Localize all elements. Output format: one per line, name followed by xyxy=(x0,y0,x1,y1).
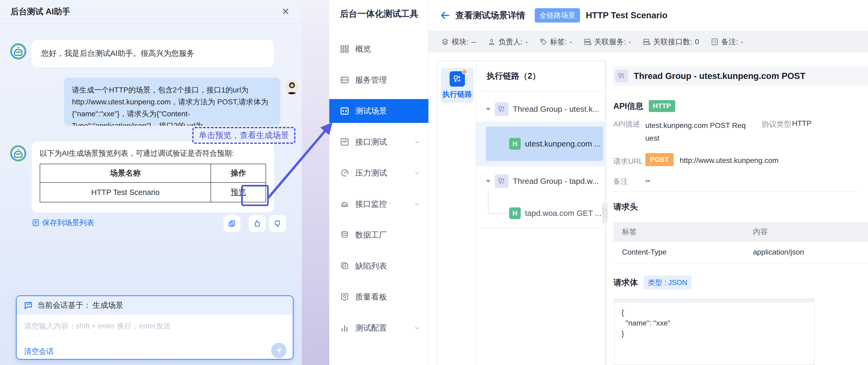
chain-panel-title: 执行链路（2） xyxy=(487,71,540,82)
method-badge: POST xyxy=(645,153,674,166)
greeting-text: 您好，我是后台测试AI助手。很高兴为您服务 xyxy=(41,48,194,59)
col-scenario-name: 场景名称 xyxy=(40,164,211,182)
meta-module: 模块: -- xyxy=(441,37,476,47)
sidebar-item-label: 概览 xyxy=(355,44,371,55)
sidebar-item-label: 测试场景 xyxy=(355,106,387,116)
remark-value: -- xyxy=(645,176,650,185)
tree-node-tapd[interactable]: H tapd.woa.com GET ... xyxy=(509,205,602,221)
execution-chain-panel: 执行链路 执行链路（2） Thread Group - utest.k... H… xyxy=(437,60,606,365)
sidebar-item-test-scenario[interactable]: 测试场景 xyxy=(329,99,429,123)
scenario-type-badge: 全链路场景 xyxy=(535,8,580,23)
request-url-value: http://www.utest.kunpeng.com xyxy=(680,156,779,165)
save-list-icon xyxy=(32,219,40,227)
chevron-down-icon xyxy=(414,200,421,207)
header-value: application/json xyxy=(753,248,804,256)
monitor-dome-icon xyxy=(340,199,349,209)
defect-docs-icon xyxy=(340,261,349,271)
panel-splitter-handle[interactable] xyxy=(602,203,608,224)
thumbs-up-button[interactable] xyxy=(249,215,266,232)
thumbs-down-button[interactable] xyxy=(269,215,286,232)
sidebar-item-label: 压力测试 xyxy=(355,168,387,178)
meta-value: 0 xyxy=(695,37,699,46)
http-sampler-icon: H xyxy=(509,207,521,219)
save-link-label: 保存到场景列表 xyxy=(42,218,94,228)
page-title: 查看测试场景详情 xyxy=(456,9,525,22)
send-button[interactable] xyxy=(271,343,286,358)
preview-intro-text: 以下为AI生成场景预览列表，可通过调试验证是否符合预期: xyxy=(40,148,266,159)
sidebar-item-data-factory[interactable]: 数据工厂 xyxy=(329,223,429,247)
database-icon xyxy=(340,230,349,240)
person-icon xyxy=(488,38,496,46)
thread-group-icon xyxy=(495,174,508,188)
http-sampler-icon: H xyxy=(509,138,521,150)
rail-tab-execution-chain[interactable]: 执行链路 xyxy=(441,68,473,103)
sidebar-item-quality-board[interactable]: 质量看板 xyxy=(329,285,429,309)
sidebar-item-api-monitor[interactable]: 接口监控 xyxy=(329,192,429,216)
sidebar-item-label: 测试配置 xyxy=(355,322,387,334)
meta-linked-api-count: 关联接口数: 0 xyxy=(643,37,699,47)
meta-value: - xyxy=(628,37,631,46)
tree-node-thread-group-1[interactable]: Thread Group - utest.k... xyxy=(486,101,599,118)
person-photo-icon xyxy=(284,79,300,95)
paper-plane-icon xyxy=(275,346,283,355)
api-desc-label: API描述 xyxy=(613,119,640,129)
headers-table-head: 标签 内容 xyxy=(613,222,868,242)
protocol-badge: HTTP xyxy=(649,100,675,112)
sidebar-item-label: 接口测试 xyxy=(355,137,387,147)
divider xyxy=(613,191,858,192)
request-url-label: 请求URL xyxy=(613,156,643,166)
headers-col-content: 内容 xyxy=(753,227,768,237)
chain-rail-icon xyxy=(450,71,465,87)
node-detail-panel: Thread Group - utest.kunpeng.com POST AP… xyxy=(606,60,868,365)
code-block-top-strip xyxy=(615,299,814,303)
quality-badge-icon xyxy=(340,292,349,302)
sidebar-item-label: 服务管理 xyxy=(355,75,387,86)
scenario-name-cell: HTTP Test Scenario xyxy=(40,182,211,202)
scenario-detail-header: 查看测试场景详情 全链路场景 HTTP Test Scenario xyxy=(429,0,868,31)
sidebar-item-defect-list[interactable]: 缺陷列表 xyxy=(329,254,429,278)
copy-button[interactable] xyxy=(223,215,240,232)
sidebar-item-stress-test[interactable]: 压力测试 xyxy=(329,161,429,185)
meta-label: 模块: xyxy=(452,37,469,47)
meta-label: 关联接口数: xyxy=(653,37,692,47)
tree-selection-wrap: H utest.kunpeng.com ... xyxy=(476,121,606,166)
tree-node-label: Thread Group - tapd.w... xyxy=(513,177,599,186)
meta-label: 负责人: xyxy=(498,37,523,47)
request-body-code-block[interactable]: { "name": "xxe" } xyxy=(614,299,814,365)
thumbs-up-icon xyxy=(253,219,261,228)
remark-label: 备注 xyxy=(613,176,628,187)
api-info-section-label: API信息 xyxy=(613,101,644,112)
sidebar-item-service-mgmt[interactable]: 服务管理 xyxy=(329,68,429,92)
session-context-bar[interactable]: 当前会话基于：生成场景 xyxy=(17,296,293,315)
meta-value: - xyxy=(569,37,572,46)
chat-header: 后台测试 AI助手 ✕ xyxy=(0,0,302,24)
close-icon[interactable]: ✕ xyxy=(282,6,289,17)
tree-node-thread-group-2[interactable]: Thread Group - tapd.w... xyxy=(486,173,599,190)
chat-message-input[interactable] xyxy=(17,315,293,341)
tree-node-utest-selected[interactable]: H utest.kunpeng.com ... xyxy=(486,127,603,161)
sidebar-item-api-test[interactable]: 接口测试 xyxy=(329,130,429,154)
server-link-icon xyxy=(584,38,592,46)
meta-linked-services: 关联服务: - xyxy=(584,37,631,47)
meta-label: 备注: xyxy=(721,37,738,47)
chat-title: 后台测试 AI助手 xyxy=(10,6,70,17)
tree-connector xyxy=(488,191,489,214)
meta-label: 关联服务: xyxy=(594,37,626,47)
col-action: 操作 xyxy=(211,164,266,182)
detail-title: Thread Group - utest.kunpeng.com POST xyxy=(634,71,805,81)
assistant-avatar xyxy=(10,43,26,60)
layers-icon xyxy=(441,38,449,46)
sidebar-item-overview[interactable]: 概览 xyxy=(329,37,429,61)
thread-group-icon xyxy=(495,102,508,116)
save-to-scenario-list-link[interactable]: 保存到场景列表 xyxy=(32,218,94,228)
thumbs-down-icon xyxy=(274,219,282,228)
meta-value: - xyxy=(525,37,528,46)
robot-icon xyxy=(10,43,26,60)
back-arrow-icon[interactable] xyxy=(439,10,451,21)
clear-session-link[interactable]: 清空会话 xyxy=(24,346,54,357)
assistant-preview-bubble: 以下为AI生成场景预览列表，可通过调试验证是否符合预期: 场景名称 操作 HTT… xyxy=(32,141,274,213)
copy-icon xyxy=(228,219,236,228)
request-body-section-label: 请求体 xyxy=(613,277,638,288)
request-headers-section-label: 请求头 xyxy=(613,201,638,213)
sidebar-item-test-config[interactable]: 测试配置 xyxy=(329,316,429,340)
